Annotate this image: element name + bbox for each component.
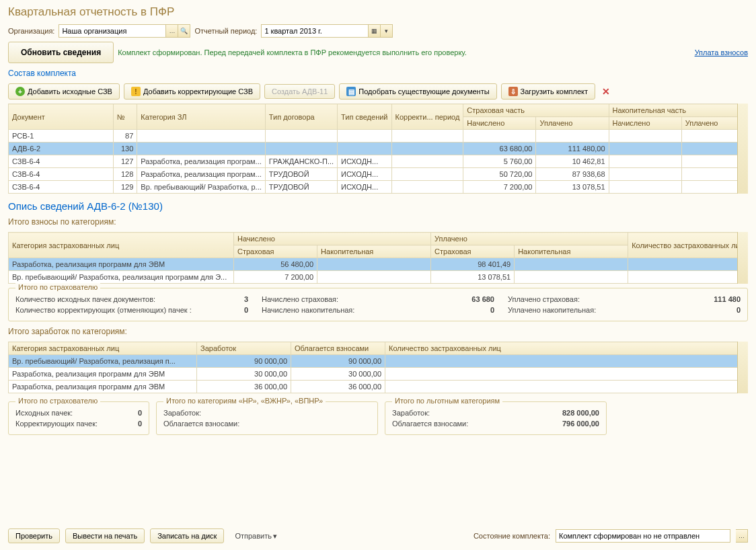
cell[interactable]: 36 000,00 [197,381,291,393]
calendar-icon[interactable]: ▦ [369,24,381,38]
cell[interactable]: 90 000,00 [197,355,291,368]
pay-contributions-link[interactable]: Уплата взносов [695,48,748,56]
cell[interactable] [609,130,681,143]
col-earn-count[interactable]: Количество застрахованных лиц [385,342,748,355]
period-input[interactable] [261,24,369,38]
cell[interactable]: 87 938,68 [536,168,609,181]
col-paid2[interactable]: Уплачено [431,233,628,245]
earnings-table[interactable]: Категория застрахованных лиц Заработок О… [8,342,748,393]
cell[interactable] [609,155,681,168]
scrollbar[interactable] [737,232,748,284]
cell[interactable]: 90 000,00 [291,355,385,368]
create-adv-button[interactable]: Создать АДВ-11 [264,84,335,99]
cell[interactable] [463,130,536,143]
pick-existing-button[interactable]: ▤ Подобрать существующие документы [339,83,496,100]
cell[interactable]: 5 760,00 [463,155,536,168]
col-count2[interactable]: Количество застрахованных лиц [628,233,748,258]
cell[interactable]: Разработка, реализация программ для ЭВМ [9,258,234,271]
cell[interactable]: СЗВ-6-4 [9,155,114,168]
table-row[interactable]: АДВ-6-213063 680,00111 480,00 [9,143,748,155]
scrollbar[interactable] [737,104,748,194]
cell[interactable] [317,258,431,271]
cell[interactable]: 30 000,00 [197,368,291,381]
col-contract[interactable]: Тип договора [265,104,337,130]
cell[interactable] [391,143,463,155]
cell[interactable]: СЗВ-6-4 [9,168,114,181]
cell[interactable]: 87 [113,130,137,143]
cell[interactable]: ИСХОДН... [338,168,391,181]
cell[interactable] [265,143,337,155]
load-pack-button[interactable]: ⇩ Загрузить комплект [501,83,595,100]
contributions-table[interactable]: Категория застрахованных лиц Начислено У… [8,232,748,284]
cell[interactable]: 1 [628,271,748,284]
cell[interactable]: Разработка, реализация программ для ЭВМ [9,368,197,381]
col-ins-paid[interactable]: Уплачено [536,117,609,130]
org-select-btn[interactable]: … [166,24,178,38]
cell[interactable]: Вр. пребывающий/ Разработка, р... [137,181,265,194]
table-row[interactable]: Вр. пребывающий/ Разработка, реализация … [9,355,748,368]
cell[interactable] [317,271,431,284]
cell[interactable]: 127 [113,155,137,168]
col-earn-cat[interactable]: Категория застрахованных лиц [9,342,197,355]
table-row[interactable]: Разработка, реализация программ для ЭВМ5… [9,258,748,271]
table-row[interactable]: Вр. пребывающий/ Разработка, реализация … [9,271,748,284]
add-source-szv-button[interactable]: + Добавить исходные СЗВ [8,83,120,100]
col-ch-acc[interactable]: Накопительная [317,245,431,258]
scrollbar[interactable] [737,342,748,393]
cell[interactable] [137,143,265,155]
cell[interactable] [391,155,463,168]
cell[interactable] [515,271,628,284]
cell[interactable]: 63 680,00 [463,143,536,155]
cell[interactable]: 128 [113,168,137,181]
cell[interactable]: Вр. пребывающий/ Разработка, реализация … [9,271,234,284]
col-p-ins[interactable]: Страховая [431,245,515,258]
cell[interactable]: Разработка, реализация программ для ЭВМ [9,381,197,393]
org-input[interactable] [59,24,166,38]
cell[interactable] [391,168,463,181]
table-row[interactable]: СЗВ-6-4128Разработка, реализация програм… [9,168,748,181]
period-dropdown-btn[interactable]: ▾ [381,24,393,38]
cell[interactable] [609,181,681,194]
cell[interactable]: ИСХОДН... [338,181,391,194]
cell[interactable] [385,381,748,393]
delete-button[interactable]: ✕ [599,86,613,97]
cell[interactable]: Вр. пребывающий/ Разработка, реализация … [9,355,197,368]
col-num[interactable]: № [113,104,137,130]
cell[interactable] [385,355,748,368]
cell[interactable]: АДВ-6-2 [9,143,114,155]
col-p-acc[interactable]: Накопительная [515,245,628,258]
table-row[interactable]: Разработка, реализация программ для ЭВМ3… [9,381,748,393]
col-doc[interactable]: Документ [9,104,114,130]
cell[interactable]: ГРАЖДАНСКО-П... [265,155,337,168]
cell[interactable]: Разработка, реализация програм... [137,155,265,168]
col-ins-charged[interactable]: Начислено [463,117,536,130]
cell[interactable] [137,130,265,143]
cell[interactable] [515,258,628,271]
col-acc-charged[interactable]: Начислено [609,117,681,130]
cell[interactable] [391,130,463,143]
cell[interactable] [609,168,681,181]
cell[interactable]: Разработка, реализация програм... [137,168,265,181]
cell[interactable]: 10 462,81 [536,155,609,168]
cell[interactable] [265,130,337,143]
cell[interactable]: РСВ-1 [9,130,114,143]
table-row[interactable]: РСВ-187 [9,130,748,143]
cell[interactable] [385,368,748,381]
cell[interactable]: 56 480,00 [234,258,317,271]
cell[interactable]: 4 [628,258,748,271]
table-row[interactable]: СЗВ-6-4129Вр. пребывающий/ Разработка, р… [9,181,748,194]
cell[interactable]: 129 [113,181,137,194]
cell[interactable]: 30 000,00 [291,368,385,381]
col-cat[interactable]: Категория ЗЛ [137,104,265,130]
cell[interactable]: 13 078,51 [431,271,515,284]
cell[interactable]: ИСХОДН... [338,155,391,168]
cell[interactable]: 111 480,00 [536,143,609,155]
cell[interactable]: СЗВ-6-4 [9,181,114,194]
cell[interactable]: ТРУДОВОЙ [265,168,337,181]
org-search-btn[interactable]: 🔍 [178,24,190,38]
col-charged2[interactable]: Начислено [234,233,431,245]
cell[interactable]: 13 078,51 [536,181,609,194]
cell[interactable] [338,130,391,143]
cell[interactable]: 7 200,00 [463,181,536,194]
col-earn[interactable]: Заработок [197,342,291,355]
